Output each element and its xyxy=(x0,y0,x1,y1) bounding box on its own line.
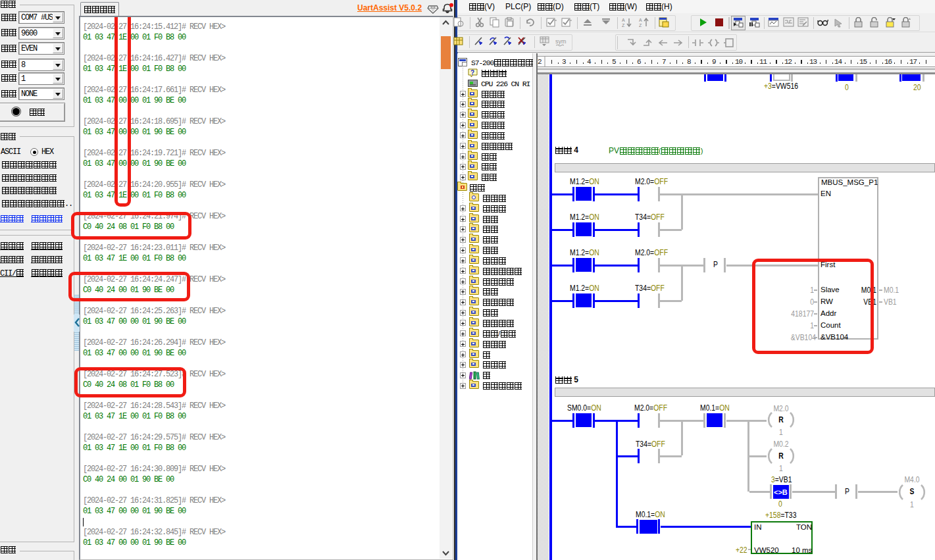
svg-text:A: A xyxy=(639,18,642,22)
svg-text:Z: Z xyxy=(639,23,642,28)
svg-text:A: A xyxy=(622,18,625,22)
svg-text:Z: Z xyxy=(622,23,625,28)
svg-text:sym: sym xyxy=(555,38,567,45)
svg-text:?: ? xyxy=(470,69,474,76)
